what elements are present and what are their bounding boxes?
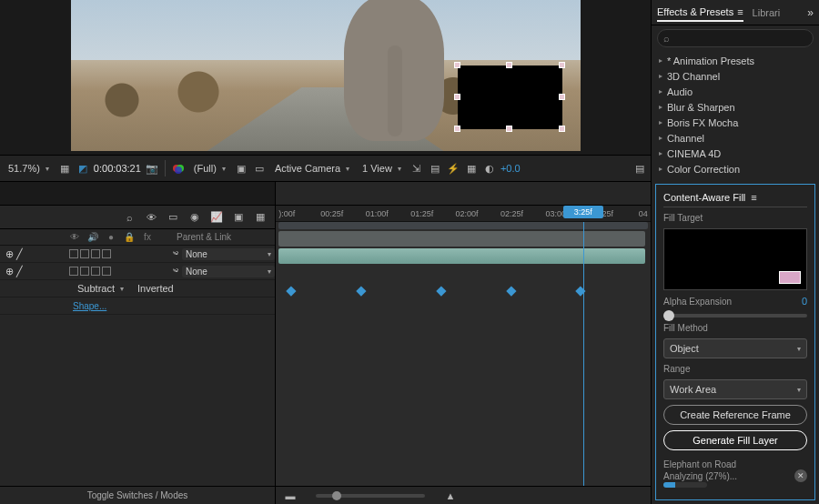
shy-icon[interactable]: 👁 [144,210,158,225]
zoom-out-icon[interactable]: ▬ [283,489,298,503]
views-dropdown[interactable]: 1 View▾ [358,158,406,178]
keyframe-icon[interactable] [286,286,296,296]
fx-switch-icon: fx [140,230,155,245]
timeline-tracks[interactable]: 3:25f [276,222,651,486]
snapshot-icon[interactable]: 📷 [145,161,159,176]
range-dropdown[interactable]: Work Area▾ [663,379,807,399]
zoom-dropdown[interactable]: 51.7%)▾ [4,158,54,178]
mask-handle[interactable] [454,94,460,100]
hamburger-icon[interactable]: ≡ [751,192,756,203]
panel-menu-icon[interactable]: ▤ [632,161,647,176]
effects-category[interactable]: ▸Blur & Sharpen [652,99,819,115]
effects-category[interactable]: ▸* Animation Presets [652,53,819,68]
exposure-value[interactable]: +0.0 [500,163,521,174]
fill-target-label: Fill Target [663,213,807,223]
keyframe-icon[interactable] [437,286,447,296]
progress-bar [663,482,707,488]
work-area-bar[interactable] [278,222,648,229]
layer-bar[interactable] [278,248,645,264]
layer-bar[interactable] [278,231,645,247]
effects-search-input[interactable]: ⌕ [657,29,814,47]
playhead[interactable]: 3:25f [583,222,584,486]
mask-handle[interactable] [506,62,512,68]
graph-editor-icon[interactable]: 📈 [209,210,224,225]
solo-switch-icon: ● [104,230,118,245]
tab-libraries[interactable]: Librari [753,5,781,21]
keyframe-icon[interactable] [506,286,516,296]
svg-point-2 [175,166,182,174]
pickwhip-icon[interactable]: ༄ [173,266,178,277]
timeline-tools: ⌕ 👁 ▭ ◉ 📈 ▣ ▦ [0,206,275,229]
video-switch-icon: 👁 [67,230,82,245]
share-view-icon[interactable]: ⇲ [410,161,424,176]
alpha-expansion-label: Alpha Expansion [663,297,732,307]
range-label: Range [663,364,807,374]
viewer-toolbar: 51.7%)▾ ▦ ◩ 0:00:03:21 📷 (Full)▾ ▣ ▭ Act… [0,155,651,182]
content-aware-fill-panel: Content-Aware Fill≡ Fill Target Alpha Ex… [655,184,815,500]
alpha-expansion-value[interactable]: 0 [802,296,807,307]
effects-category[interactable]: ▸3D Channel [652,68,819,84]
mask-handle[interactable] [559,94,565,100]
channels-icon[interactable] [171,161,186,176]
mask-handle[interactable] [506,126,512,132]
draft-3d-icon[interactable]: ▣ [231,210,246,225]
parent-dropdown[interactable]: None▾ [182,266,275,277]
effects-category[interactable]: ▸Channel [652,130,819,146]
keyframe-icon[interactable] [576,286,586,296]
status-progress-text: Analyzing (27%)... [663,471,737,481]
fill-target-preview [663,228,807,290]
reset-exposure-icon[interactable]: ◐ [482,161,497,176]
audio-switch-icon: 🔊 [86,230,100,245]
mask-handle[interactable] [559,126,565,132]
toggle-switches-button[interactable]: Toggle Switches / Modes [0,486,275,504]
composition-preview[interactable] [0,0,651,155]
effects-category[interactable]: ▸Color Correction [652,161,819,176]
fill-method-dropdown[interactable]: Object▾ [663,338,807,358]
mask-handle[interactable] [454,126,460,132]
render-time-icon[interactable]: ▦ [253,210,268,225]
transparency-grid-icon[interactable]: ▣ [234,161,248,176]
parent-dropdown[interactable]: None▾ [182,248,275,260]
keyframe-icon[interactable] [356,286,366,296]
expand-panels-icon[interactable]: » [807,6,814,19]
layer-row[interactable]: ⊕╱ ༄None▾ [0,263,275,280]
mask-mode-dropdown[interactable]: Subtract▾ [73,278,128,298]
mask-handle[interactable] [559,62,565,68]
mask-visibility-icon[interactable]: ◩ [76,161,90,176]
fast-preview-icon[interactable]: ⚡ [446,161,460,176]
camera-dropdown[interactable]: Active Camera▾ [270,158,354,178]
effects-category[interactable]: ▸Audio [652,84,819,99]
mask-shape[interactable] [458,66,562,129]
mask-handle[interactable] [454,62,460,68]
hamburger-icon[interactable]: ≡ [737,6,743,17]
mask-shape-link[interactable]: Shape... [73,301,106,311]
frame-blend-icon[interactable]: ▭ [166,210,180,225]
roi-icon[interactable]: ▭ [252,161,267,176]
pickwhip-icon[interactable]: ༄ [173,248,178,259]
timeline-icon[interactable]: ▦ [464,161,479,176]
motion-blur-icon[interactable]: ◉ [187,210,202,225]
search-icon[interactable]: ⌕ [122,210,136,225]
layer-row[interactable]: ⊕╱ ༄None▾ [0,246,275,263]
inverted-label[interactable]: Inverted [137,283,174,294]
generate-fill-layer-button[interactable]: Generate Fill Layer [663,430,807,450]
status-filename: Elephant on Road [663,459,807,469]
panel-title: Content-Aware Fill [663,192,745,203]
parent-link-header: Parent & Link [171,232,275,242]
resolution-dropdown[interactable]: (Full)▾ [189,158,230,178]
pixel-aspect-icon[interactable]: ▤ [428,161,442,176]
timeline-zoom-slider[interactable] [316,494,425,498]
composition-tab[interactable] [0,182,275,206]
tab-effects-presets[interactable]: Effects & Presets≡ [657,4,743,22]
lock-switch-icon: 🔒 [122,230,136,245]
current-timecode[interactable]: 0:00:03:21 [94,163,141,174]
search-icon: ⌕ [663,33,670,44]
effects-tree: ▸* Animation Presets ▸3D Channel ▸Audio … [652,51,819,178]
create-reference-frame-button[interactable]: Create Reference Frame [663,405,807,425]
zoom-in-icon[interactable]: ▲ [443,489,458,503]
alpha-expansion-slider[interactable] [663,314,807,318]
grid-icon[interactable]: ▦ [57,161,72,176]
cancel-button[interactable]: ✕ [794,469,807,482]
effects-category[interactable]: ▸Boris FX Mocha [652,115,819,130]
effects-category[interactable]: ▸CINEMA 4D [652,146,819,161]
